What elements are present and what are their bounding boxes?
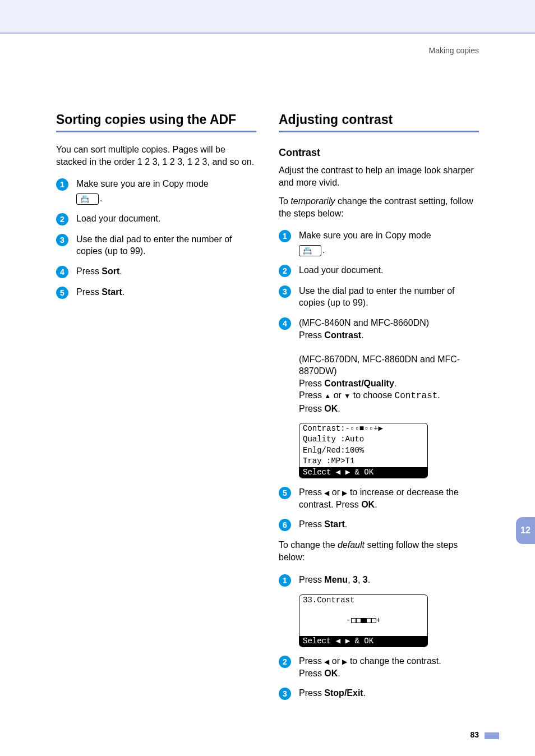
button-label: OK (324, 404, 338, 413)
level-box (371, 618, 376, 623)
step-text: Press (299, 404, 324, 413)
step-text: to choose (350, 390, 394, 400)
step-suffix: . (100, 193, 102, 203)
button-label: 3 (353, 575, 358, 584)
step-text: . (375, 500, 377, 509)
step-badge: 2 (279, 656, 291, 668)
copy-mode-line: . (299, 244, 479, 256)
step-2: 2 Load your document. (279, 264, 479, 277)
step-text: Press (299, 669, 324, 678)
step-text: . (437, 390, 440, 400)
step-body: Press Start. (299, 518, 479, 531)
button-label: 3 (363, 575, 368, 584)
step-suffix: . (322, 245, 325, 255)
intro-text: To change the default setting follow the… (279, 539, 479, 563)
step-text: Press (299, 688, 324, 698)
level-box-filled (361, 618, 366, 623)
lcd-row: Contrast:-▫▫■▫▫+▶ (299, 423, 427, 435)
step-3: 3 Use the dial pad to enter the number o… (56, 233, 256, 257)
lcd-row: 33.Contrast (299, 595, 427, 606)
step-body: Make sure you are in Copy mode . (299, 229, 479, 256)
intro-part: To (279, 196, 290, 206)
step-5: 5 Press ◀ or ▶ to increase or decrease t… (279, 486, 479, 510)
step-text: (MFC-8460N and MFC-8660DN) (299, 318, 429, 328)
step-badge: 6 (279, 519, 291, 531)
step-body: Press ◀ or ▶ to increase or decrease the… (299, 486, 479, 510)
lcd-row: Quality :Auto (299, 434, 427, 445)
left-arrow-icon: ◀ (324, 657, 329, 666)
step-text: or (331, 390, 344, 400)
up-arrow-icon: ▲ (324, 391, 331, 400)
step-list-default: 1 Press Menu, 3, 3. (279, 574, 479, 587)
step-5: 5 Press Start. (56, 286, 256, 299)
step-text: Make sure you are in Copy mode (299, 231, 431, 240)
chapter-tab: 12 (516, 517, 535, 544)
step-text: . (338, 669, 340, 678)
step-text: . (368, 575, 370, 584)
button-label: Start (102, 287, 122, 297)
step-text: Press (299, 656, 324, 666)
copy-mode-icon (76, 193, 99, 205)
lcd-row: Enlg/Red:100% (299, 445, 427, 457)
step-text: Press (299, 390, 324, 400)
step-text: , (358, 575, 363, 584)
step-1: 1 Make sure you are in Copy mode . (279, 229, 479, 256)
step-badge: 4 (56, 266, 68, 278)
step-body: Press Menu, 3, 3. (299, 574, 479, 586)
step-badge: 5 (56, 287, 68, 299)
button-label: OK (361, 500, 375, 509)
step-badge: 1 (279, 230, 291, 242)
step-body: Press ◀ or ▶ to change the contrast. Pre… (299, 655, 479, 679)
section-title-contrast: Adjusting contrast (279, 112, 479, 127)
intro-text: To temporarily change the contrast setti… (279, 195, 479, 219)
step-text: Make sure you are in Copy mode (76, 179, 209, 188)
breadcrumb: Making copies (429, 46, 479, 55)
step-badge: 5 (279, 487, 291, 499)
down-arrow-icon: ▼ (344, 391, 350, 400)
intro-part: To change the (279, 540, 338, 550)
lcd-row-select: Select ◀ ▶ & OK (299, 467, 427, 478)
intro-emphasis: default (338, 540, 365, 550)
lcd-row-levels: -+ (299, 611, 427, 630)
lcd-spacer (299, 606, 427, 611)
step-text: Press (76, 287, 102, 297)
step-3: 3 Press Stop/Exit. (279, 687, 479, 700)
step-text: Use the dial pad to enter the number of … (299, 285, 479, 309)
step-text: . (122, 287, 124, 297)
intro-text: Adjust the contrast to help an image loo… (279, 164, 479, 188)
step-text: Press (299, 330, 324, 340)
title-rule (279, 131, 479, 132)
step-text: . (338, 404, 340, 413)
step-text: (MFC-8670DN, MFC-8860DN and MFC-8870DW) (299, 354, 460, 376)
step-body: (MFC-8460N and MFC-8660DN) Press Contras… (299, 317, 479, 415)
left-column: Sorting copies using the ADF You can sor… (56, 112, 256, 708)
step-4: 4 (MFC-8460N and MFC-8660DN) Press Contr… (279, 317, 479, 415)
step-4: 4 Press Sort. (56, 265, 256, 278)
step-text: . (361, 330, 363, 340)
step-text: or (329, 487, 342, 497)
step-text: . (363, 688, 366, 698)
level-box (366, 618, 371, 623)
step-6: 6 Press Start. (279, 518, 479, 531)
step-body: Make sure you are in Copy mode . (76, 178, 256, 204)
step-text: Press (299, 519, 324, 529)
step-list: 1 Make sure you are in Copy mode . 2 Loa… (279, 229, 479, 414)
step-text: Load your document. (299, 264, 479, 276)
step-list: 1 Make sure you are in Copy mode . 2 Loa… (56, 178, 256, 299)
step-text: . (394, 379, 396, 388)
button-label: OK (324, 669, 338, 678)
button-label: Contrast (324, 330, 361, 340)
button-label: Menu (324, 575, 348, 584)
step-text: Press (299, 487, 324, 497)
header-band (0, 0, 535, 34)
step-badge: 1 (56, 178, 68, 191)
step-badge: 4 (279, 317, 291, 330)
lcd-spacer (299, 630, 427, 636)
copy-mode-line: . (76, 192, 256, 205)
step-body: Press Sort. (76, 265, 256, 278)
step-badge: 3 (279, 285, 291, 298)
level-box (356, 618, 361, 623)
copy-mode-icon (299, 245, 321, 256)
step-2: 2 Press ◀ or ▶ to change the contrast. P… (279, 655, 479, 679)
button-label: Start (324, 519, 344, 529)
